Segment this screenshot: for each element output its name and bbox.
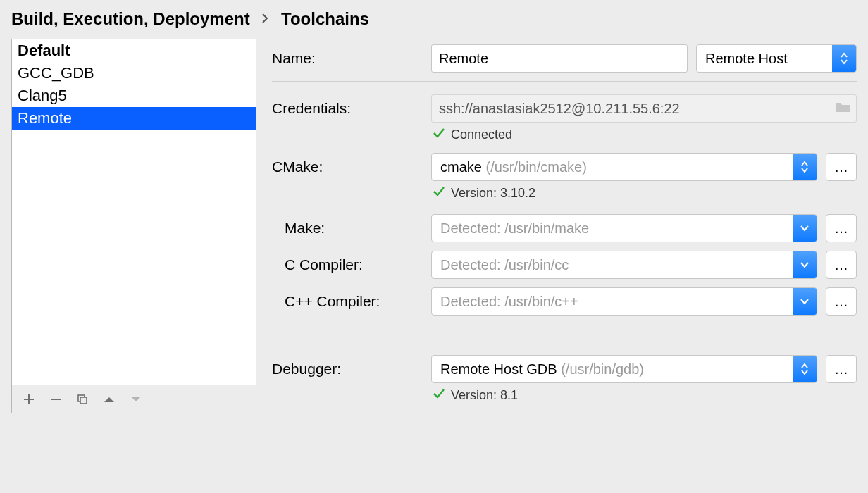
debugger-text: Remote Host GDB <box>440 361 557 377</box>
debugger-browse-button[interactable]: … <box>826 355 857 383</box>
cmake-select[interactable]: cmake (/usr/bin/cmake) <box>431 153 817 181</box>
cxx-placeholder: Detected: /usr/bin/c++ <box>432 294 608 310</box>
remove-button[interactable] <box>46 389 66 409</box>
list-item[interactable]: GCC_GDB <box>12 62 256 85</box>
make-select[interactable]: Detected: /usr/bin/make <box>431 214 817 242</box>
debugger-hint: (/usr/bin/gdb) <box>561 361 644 377</box>
credentials-value: ssh://anastasiak2512@10.211.55.6:22 <box>439 101 680 117</box>
cc-label: C Compiler: <box>272 256 431 273</box>
cc-select[interactable]: Detected: /usr/bin/cc <box>431 251 817 279</box>
breadcrumb-current: Toolchains <box>281 9 369 28</box>
check-icon <box>433 127 445 143</box>
add-button[interactable] <box>19 389 39 409</box>
move-up-button[interactable] <box>99 389 119 409</box>
mode-select[interactable]: Remote Host <box>696 44 857 73</box>
list-item[interactable]: Remote <box>12 107 256 130</box>
chevron-down-icon <box>793 288 817 315</box>
updown-arrows-icon <box>793 356 817 382</box>
breadcrumb: Build, Execution, Deployment Toolchains <box>11 7 857 39</box>
debugger-status: Version: 8.1 <box>433 387 857 404</box>
divider <box>272 81 857 82</box>
move-down-button[interactable] <box>126 389 146 409</box>
chevron-down-icon <box>793 215 817 242</box>
folder-icon[interactable] <box>835 101 850 117</box>
check-icon <box>433 387 445 404</box>
name-input[interactable] <box>431 44 688 73</box>
list-toolbar <box>12 385 256 413</box>
cc-placeholder: Detected: /usr/bin/cc <box>432 257 598 273</box>
toolchain-list-panel: Default GCC_GDB Clang5 Remote <box>11 39 256 413</box>
copy-button[interactable] <box>73 389 92 409</box>
credentials-field[interactable]: ssh://anastasiak2512@10.211.55.6:22 <box>431 94 857 123</box>
cxx-select[interactable]: Detected: /usr/bin/c++ <box>431 287 817 316</box>
updown-arrows-icon <box>832 45 856 72</box>
breadcrumb-parent[interactable]: Build, Execution, Deployment <box>11 9 250 28</box>
cxx-label: C++ Compiler: <box>272 293 431 310</box>
check-icon <box>433 185 445 201</box>
chevron-right-icon <box>261 8 269 28</box>
credentials-label: Credentials: <box>272 100 431 117</box>
credentials-status: Connected <box>433 127 857 143</box>
cmake-status: Version: 3.10.2 <box>433 185 857 201</box>
debugger-select[interactable]: Remote Host GDB (/usr/bin/gdb) <box>431 355 817 383</box>
chevron-down-icon <box>793 251 817 278</box>
mode-value: Remote Host <box>697 51 817 67</box>
debugger-status-text: Version: 8.1 <box>451 388 518 403</box>
cmake-hint: (/usr/bin/cmake) <box>485 159 586 175</box>
cmake-status-text: Version: 3.10.2 <box>451 186 535 201</box>
updown-arrows-icon <box>793 154 817 180</box>
name-label: Name: <box>272 50 431 67</box>
make-browse-button[interactable]: … <box>826 214 857 242</box>
list-item[interactable]: Default <box>12 39 256 62</box>
svg-rect-1 <box>80 397 87 404</box>
cc-browse-button[interactable]: … <box>826 251 857 279</box>
cmake-label: CMake: <box>272 158 431 175</box>
toolchain-form: Name: Remote Host Credentials: <box>272 39 857 413</box>
credentials-status-text: Connected <box>451 127 512 142</box>
debugger-label: Debugger: <box>272 361 431 377</box>
cmake-browse-button[interactable]: … <box>826 153 857 181</box>
cmake-text: cmake <box>440 159 482 175</box>
make-placeholder: Detected: /usr/bin/make <box>432 220 619 237</box>
toolchain-list[interactable]: Default GCC_GDB Clang5 Remote <box>12 39 256 385</box>
cxx-browse-button[interactable]: … <box>826 287 857 316</box>
make-label: Make: <box>272 220 431 237</box>
list-item[interactable]: Clang5 <box>12 85 256 107</box>
